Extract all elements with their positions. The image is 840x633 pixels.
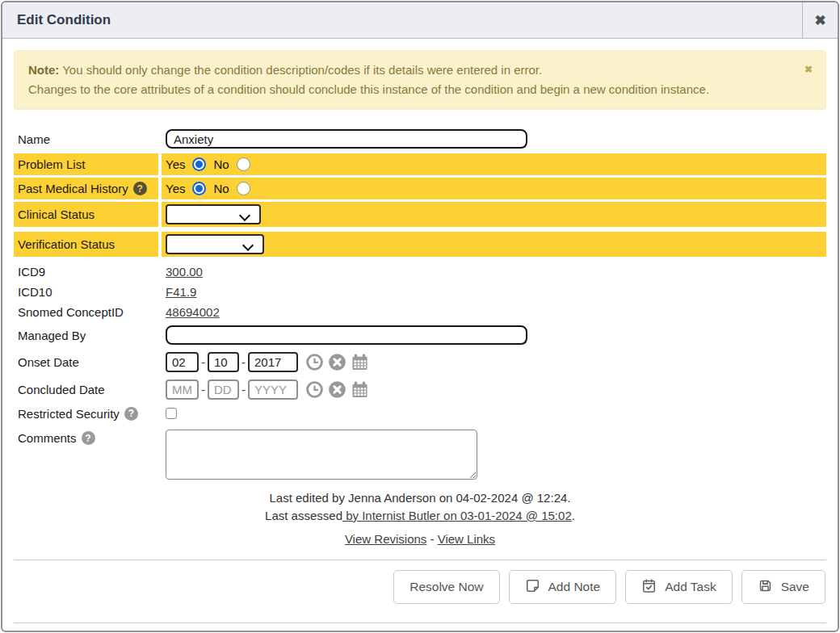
last-assessed-text: Last assessed by Internist Butler on 03-…: [14, 507, 826, 525]
restricted-security-row: Restricted Security ?: [14, 405, 826, 422]
problem-list-no-radio[interactable]: [237, 157, 250, 171]
name-label: Name: [14, 127, 158, 151]
snomed-label: Snomed ConceptID: [14, 303, 158, 321]
onset-now-clock-icon[interactable]: [305, 353, 324, 371]
modal-body: Note: You should only change the conditi…: [2, 39, 838, 632]
icd10-label: ICD10: [14, 283, 158, 300]
past-medical-history-label: Past Medical History: [18, 182, 128, 195]
verification-status-select[interactable]: [166, 234, 264, 254]
date-separator: -: [242, 383, 246, 396]
clinical-status-label: Clinical Status: [14, 202, 158, 227]
concluded-date-label: Concluded Date: [14, 377, 158, 402]
name-row: Name: [14, 127, 826, 151]
past-medical-history-radio-group: Yes No: [166, 182, 250, 195]
comments-help-icon[interactable]: ?: [82, 431, 95, 445]
name-input[interactable]: [166, 129, 527, 149]
close-button[interactable]: ✖: [802, 2, 838, 38]
comments-label: Comments: [18, 431, 77, 445]
problem-list-label: Problem List: [14, 153, 158, 175]
snomed-link[interactable]: 48694002: [166, 305, 220, 319]
modal-title: Edit Condition: [2, 12, 802, 28]
managed-by-label: Managed By: [14, 323, 158, 347]
note-banner: Note: You should only change the conditi…: [14, 50, 826, 110]
date-separator: -: [242, 355, 246, 369]
audit-info: Last edited by Jenna Anderson on 04-02-2…: [14, 489, 826, 525]
last-assessed-link[interactable]: by Internist Butler on 03-01-2024 @ 15:0…: [342, 509, 572, 522]
concluded-day-input[interactable]: [208, 379, 239, 400]
problem-list-no-label: No: [213, 157, 229, 171]
comments-textarea[interactable]: [166, 430, 477, 480]
footer-divider-bottom: [14, 623, 826, 623]
snomed-row: Snomed ConceptID 48694002: [14, 303, 826, 321]
onset-day-input[interactable]: [208, 352, 239, 372]
links-separator: -: [430, 532, 435, 546]
concluded-now-clock-icon[interactable]: [305, 380, 324, 399]
restricted-security-help-icon[interactable]: ?: [124, 407, 138, 421]
pmh-no-radio[interactable]: [237, 182, 250, 195]
onset-date-row: Onset Date - -: [14, 350, 826, 375]
verification-status-label: Verification Status: [14, 232, 158, 257]
problem-list-yes-radio[interactable]: [192, 157, 206, 171]
comments-row: Comments ?: [14, 427, 826, 482]
problem-list-radio-group: Yes No: [166, 157, 250, 171]
restricted-security-checkbox[interactable]: [166, 408, 177, 419]
save-floppy-icon: [758, 578, 773, 597]
pmh-yes-radio[interactable]: [192, 182, 206, 195]
clinical-status-row: Clinical Status: [14, 202, 826, 227]
view-revisions-link[interactable]: View Revisions: [345, 532, 426, 546]
problem-list-yes-label: Yes: [166, 157, 185, 171]
note-dismiss-icon[interactable]: ✖: [804, 60, 813, 79]
edit-condition-modal: Edit Condition ✖ Note: You should only c…: [1, 1, 839, 632]
clinical-status-select[interactable]: [166, 204, 261, 224]
pmh-yes-label: Yes: [166, 182, 185, 195]
concluded-clear-icon[interactable]: [328, 380, 346, 399]
icd9-row: ICD9 300.00: [14, 262, 826, 280]
managed-by-row: Managed By: [14, 323, 826, 347]
spacer: [14, 604, 826, 623]
concluded-month-input[interactable]: [166, 379, 199, 400]
icd10-row: ICD10 F41.9: [14, 283, 826, 300]
restricted-security-label: Restricted Security: [18, 407, 120, 421]
problem-list-row: Problem List Yes No: [14, 153, 826, 175]
note-line-1: Note: You should only change the conditi…: [28, 61, 793, 80]
verification-status-row: Verification Status: [14, 232, 826, 257]
last-edited-text: Last edited by Jenna Anderson on 04-02-2…: [14, 489, 826, 507]
view-links-link[interactable]: View Links: [438, 532, 495, 546]
concluded-date-row: Concluded Date - -: [14, 377, 826, 402]
task-calendar-icon: [641, 578, 657, 597]
pmh-no-label: No: [213, 182, 229, 195]
note-line-2: Changes to the core attributes of a cond…: [28, 80, 793, 99]
concluded-year-input[interactable]: [248, 379, 298, 400]
view-links-row: View Revisions - View Links: [14, 532, 826, 546]
icd10-link[interactable]: F41.9: [166, 285, 196, 299]
past-medical-history-row: Past Medical History ? Yes No: [14, 178, 826, 199]
managed-by-input-wrap: [166, 325, 527, 345]
onset-month-input[interactable]: [166, 352, 199, 372]
concluded-calendar-icon[interactable]: [351, 380, 369, 399]
past-medical-history-help-icon[interactable]: ?: [133, 182, 147, 195]
icd9-link[interactable]: 300.00: [166, 265, 203, 279]
onset-year-input[interactable]: [248, 352, 298, 372]
add-task-button[interactable]: Add Task: [625, 570, 732, 604]
close-icon: ✖: [814, 12, 825, 29]
onset-calendar-icon[interactable]: [351, 353, 369, 371]
footer-buttons: Resolve Now Add Note Add Task Save: [14, 560, 826, 604]
onset-date-label: Onset Date: [14, 350, 158, 375]
note-prefix: Note:: [28, 63, 59, 77]
date-separator: -: [201, 383, 205, 396]
date-separator: -: [201, 355, 205, 369]
note-file-icon: [525, 578, 540, 597]
name-input-wrap: [166, 129, 527, 149]
save-button[interactable]: Save: [741, 570, 825, 604]
icd9-label: ICD9: [14, 262, 158, 280]
modal-header: Edit Condition ✖: [2, 2, 838, 39]
onset-clear-icon[interactable]: [328, 353, 346, 371]
managed-by-input[interactable]: [166, 325, 527, 345]
resolve-now-button[interactable]: Resolve Now: [393, 570, 499, 604]
add-note-button[interactable]: Add Note: [509, 570, 617, 604]
